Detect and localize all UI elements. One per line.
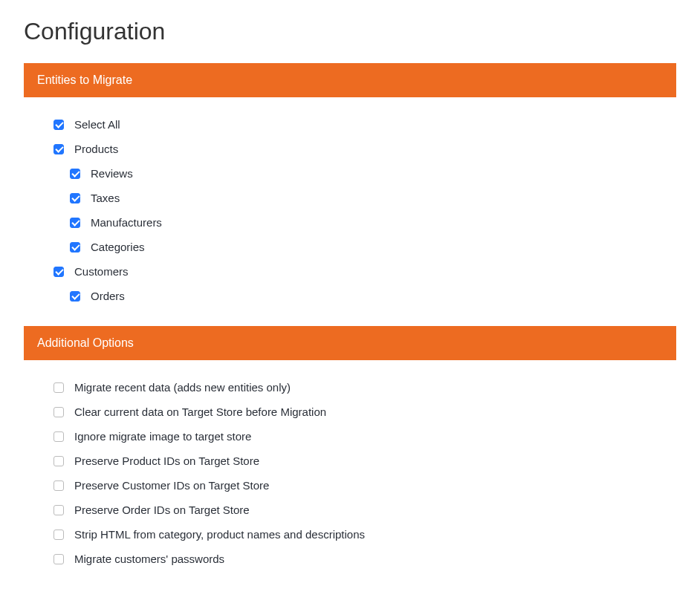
- entity-checkbox-customers[interactable]: [54, 267, 64, 277]
- option-row-preserve-customer-ids-on-target-store: Preserve Customer IDs on Target Store: [54, 473, 676, 498]
- entity-row-orders: Orders: [54, 284, 676, 308]
- option-row-clear-current-data-on-target-store-before-migration: Clear current data on Target Store befor…: [54, 400, 676, 424]
- entity-checkbox-manufacturers[interactable]: [70, 218, 80, 228]
- option-label-migrate-recent-data-adds-new-entities-only[interactable]: Migrate recent data (adds new entities o…: [74, 379, 291, 395]
- entity-checkbox-taxes[interactable]: [70, 193, 80, 203]
- option-row-strip-html-from-category-product-names-and-descriptions: Strip HTML from category, product names …: [54, 522, 676, 547]
- entity-checkbox-categories[interactable]: [70, 242, 80, 252]
- option-checkbox-ignore-migrate-image-to-target-store[interactable]: [54, 431, 64, 442]
- option-checkbox-strip-html-from-category-product-names-and-descriptions[interactable]: [54, 530, 64, 540]
- option-row-migrate-recent-data-adds-new-entities-only: Migrate recent data (adds new entities o…: [54, 375, 676, 400]
- entity-label-customers[interactable]: Customers: [74, 264, 129, 279]
- option-row-preserve-order-ids-on-target-store: Preserve Order IDs on Target Store: [54, 498, 676, 522]
- option-label-preserve-product-ids-on-target-store[interactable]: Preserve Product IDs on Target Store: [74, 453, 259, 469]
- options-list: Migrate recent data (adds new entities o…: [24, 375, 676, 589]
- option-checkbox-preserve-product-ids-on-target-store[interactable]: [54, 456, 64, 466]
- entity-row-taxes: Taxes: [54, 186, 676, 210]
- option-checkbox-preserve-customer-ids-on-target-store[interactable]: [54, 480, 64, 491]
- entity-row-select-all: Select All: [54, 112, 676, 137]
- entity-label-orders[interactable]: Orders: [91, 288, 125, 304]
- option-label-preserve-order-ids-on-target-store[interactable]: Preserve Order IDs on Target Store: [74, 502, 250, 518]
- page-title: Configuration: [24, 18, 676, 45]
- entity-label-products[interactable]: Products: [74, 141, 118, 157]
- entity-label-reviews[interactable]: Reviews: [91, 166, 133, 181]
- entity-row-customers: Customers: [54, 259, 676, 284]
- entity-checkbox-products[interactable]: [54, 144, 64, 154]
- option-checkbox-migrate-customers-passwords[interactable]: [54, 554, 64, 564]
- option-row-migrate-customers-passwords: Migrate customers' passwords: [54, 547, 676, 571]
- page-container: Configuration Entities to Migrate Select…: [0, 0, 700, 606]
- entity-checkbox-orders[interactable]: [70, 291, 80, 302]
- entity-checkbox-select-all[interactable]: [54, 120, 64, 130]
- option-label-strip-html-from-category-product-names-and-descriptions[interactable]: Strip HTML from category, product names …: [74, 527, 365, 542]
- entity-label-manufacturers[interactable]: Manufacturers: [91, 215, 162, 230]
- entity-row-manufacturers: Manufacturers: [54, 210, 676, 235]
- entity-label-taxes[interactable]: Taxes: [91, 190, 120, 206]
- entity-label-categories[interactable]: Categories: [91, 239, 145, 255]
- option-label-migrate-customers-passwords[interactable]: Migrate customers' passwords: [74, 551, 224, 567]
- option-label-preserve-customer-ids-on-target-store[interactable]: Preserve Customer IDs on Target Store: [74, 478, 269, 493]
- entity-row-reviews: Reviews: [54, 161, 676, 186]
- option-row-ignore-migrate-image-to-target-store: Ignore migrate image to target store: [54, 424, 676, 449]
- option-checkbox-preserve-order-ids-on-target-store[interactable]: [54, 505, 64, 515]
- entities-list: Select AllProductsReviewsTaxesManufactur…: [24, 112, 676, 326]
- entities-section-header: Entities to Migrate: [24, 63, 676, 97]
- entity-checkbox-reviews[interactable]: [70, 169, 80, 179]
- option-label-ignore-migrate-image-to-target-store[interactable]: Ignore migrate image to target store: [74, 429, 251, 444]
- option-checkbox-clear-current-data-on-target-store-before-migration[interactable]: [54, 407, 64, 417]
- entity-row-categories: Categories: [54, 235, 676, 259]
- option-row-preserve-product-ids-on-target-store: Preserve Product IDs on Target Store: [54, 449, 676, 473]
- option-label-clear-current-data-on-target-store-before-migration[interactable]: Clear current data on Target Store befor…: [74, 404, 326, 420]
- entity-row-products: Products: [54, 137, 676, 161]
- entity-label-select-all[interactable]: Select All: [74, 117, 120, 132]
- options-section-header: Additional Options: [24, 326, 676, 360]
- option-checkbox-migrate-recent-data-adds-new-entities-only[interactable]: [54, 382, 64, 393]
